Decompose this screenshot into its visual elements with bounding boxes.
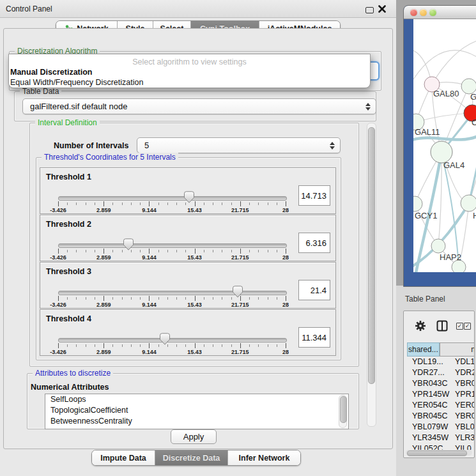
table-header: shared... n	[407, 342, 475, 357]
tab-discretize-data[interactable]: Discretize Data	[155, 450, 228, 465]
table-cell[interactable]: YBR0	[450, 378, 475, 389]
scrollbar-thumb[interactable]	[368, 127, 375, 384]
scrollbar-thumb[interactable]	[340, 396, 347, 423]
table-cell[interactable]: YPR145W	[407, 389, 450, 400]
tick-mark	[112, 344, 113, 347]
float-window-icon[interactable]	[365, 7, 374, 13]
number-of-intervals-spinner[interactable]: 5	[137, 137, 341, 153]
table-row[interactable]: YDL19...YDL1	[407, 357, 475, 367]
table-cell[interactable]: YBL0	[450, 422, 475, 433]
tab-impute-data[interactable]: Impute Data	[92, 450, 155, 465]
table-cell[interactable]: YDR2	[450, 367, 475, 378]
tick-mark	[149, 249, 150, 254]
network-canvas[interactable]: GAL80 G C GAL11 GAL4 GCY1 H HAP2	[413, 19, 476, 272]
tick-mark	[149, 201, 150, 206]
tick-mark	[86, 344, 86, 347]
menu-item-equal-width-frequency[interactable]: Equal Width/Frequency Discretization	[10, 78, 368, 88]
node-h[interactable]	[461, 195, 476, 211]
checkbox-icon[interactable]: ✓	[464, 323, 471, 330]
threshold-value-field[interactable]: 11.344	[298, 327, 330, 348]
table-cell[interactable]: YIL0	[450, 443, 472, 450]
table-row[interactable]: YBR043CYBR0	[407, 378, 475, 389]
attribute-list-item[interactable]: BetweennessCentrality	[45, 416, 348, 427]
slider-track[interactable]	[58, 243, 287, 248]
table-row[interactable]: YDR27...YDR2	[407, 367, 475, 378]
node-hap2[interactable]	[431, 239, 445, 253]
threshold-value-field[interactable]: 21.4	[298, 280, 330, 300]
table-cell[interactable]: YLR3	[450, 433, 475, 443]
number-of-intervals-label: Number of Intervals	[54, 141, 128, 150]
slider-thumb[interactable]	[123, 238, 134, 250]
tick-mark	[286, 201, 286, 206]
tick-label: 2.859	[96, 254, 111, 261]
tick-mark	[185, 297, 186, 300]
tick-mark	[249, 203, 250, 205]
node-gcy1[interactable]	[413, 196, 422, 211]
slider-tick-labels: -3.4262.8599.14415.4321.71528	[58, 207, 286, 213]
table-horizontal-scrollbar[interactable]	[406, 450, 472, 456]
tick-label: 2.859	[96, 207, 111, 213]
slider-thumb[interactable]	[184, 191, 194, 203]
tick-mark	[167, 297, 168, 300]
close-traffic-light[interactable]	[410, 9, 417, 16]
gear-icon[interactable]	[415, 320, 426, 332]
slider-tick-labels: -3.4262.8599.14415.4321.71528	[58, 254, 286, 261]
threshold-label: Threshold 2	[46, 220, 91, 229]
close-icon[interactable]	[378, 5, 386, 13]
attributes-list-scrollbar[interactable]	[339, 395, 347, 428]
algorithm-dropdown-popup: Select algorithm to view settings Manual…	[8, 54, 371, 88]
tick-label: 21.715	[231, 302, 249, 308]
table-row[interactable]: YBR045CYBR0	[407, 411, 475, 422]
table-cell[interactable]: YDL19...	[407, 357, 450, 367]
table-row[interactable]: YBL079WYBL0	[407, 422, 475, 433]
zoom-traffic-light[interactable]	[429, 9, 436, 16]
column-header-shared-name[interactable]: shared...	[407, 342, 440, 357]
table-row[interactable]: YLR345WYLR3	[407, 433, 475, 443]
column-header-name[interactable]: n	[440, 342, 475, 357]
slider-track[interactable]	[58, 291, 287, 295]
table-cell[interactable]: YIL052C	[407, 443, 450, 450]
checkbox-icon[interactable]: ✓	[456, 323, 463, 330]
table-cell[interactable]: YBR043C	[407, 378, 450, 389]
tick-mark	[95, 250, 95, 252]
menu-item-manual-discretization[interactable]: Manual Discretization	[10, 68, 368, 77]
table-cell[interactable]: YDL1	[450, 357, 475, 367]
attribute-list-item[interactable]: TopologicalCoefficient	[45, 405, 348, 416]
threshold-value-field[interactable]: 6.316	[298, 233, 330, 253]
scrollbar-thumb[interactable]	[407, 450, 467, 456]
table-cell[interactable]: YPR1	[450, 389, 475, 400]
table-cell[interactable]: YER0	[450, 400, 475, 411]
tick-mark	[122, 250, 123, 252]
label-gal11: GAL11	[415, 127, 440, 137]
tab-infer-network[interactable]: Infer Network	[228, 450, 300, 465]
table-cell[interactable]: YDR27...	[407, 367, 450, 378]
table-row[interactable]: YPR145WYPR1	[407, 389, 475, 400]
tick-mark	[104, 343, 104, 348]
numerical-attributes-list[interactable]: SelfLoopsTopologicalCoefficientBetweenne…	[45, 394, 349, 429]
table-row[interactable]: YER054CYER0	[407, 400, 475, 411]
node-gal4[interactable]	[431, 141, 452, 163]
spinner-arrows-icon	[330, 142, 335, 150]
table-data-combobox[interactable]: galFiltered.sif default node	[22, 98, 376, 114]
apply-button[interactable]: Apply	[171, 429, 217, 444]
table-cell[interactable]: YER054C	[407, 400, 450, 411]
column-chooser-icon[interactable]	[436, 320, 448, 332]
table-cell[interactable]: YBR0	[450, 411, 475, 422]
settings-vertical-scrollbar[interactable]	[367, 123, 376, 427]
slider-thumb[interactable]	[160, 333, 170, 345]
table-row[interactable]: YIL052CYIL0	[407, 443, 475, 450]
minimize-traffic-light[interactable]	[420, 9, 427, 16]
attribute-list-item[interactable]: SelfLoops	[45, 394, 348, 405]
slider-track[interactable]	[58, 196, 287, 201]
table-cell[interactable]: YBR045C	[407, 411, 450, 422]
table-cell[interactable]: YBL079W	[407, 422, 450, 433]
slider-thumb[interactable]	[233, 286, 243, 298]
slider-track[interactable]	[58, 338, 287, 342]
algorithm-combo-edge[interactable]	[371, 61, 380, 81]
tick-mark	[185, 250, 186, 252]
table-cell[interactable]: YLR345W	[407, 433, 450, 443]
tick-mark	[222, 344, 222, 347]
threshold-value-field[interactable]: 14.713	[298, 185, 330, 206]
table-data-group: Table Data galFiltered.sif default node	[14, 91, 376, 121]
tick-mark	[258, 250, 259, 252]
